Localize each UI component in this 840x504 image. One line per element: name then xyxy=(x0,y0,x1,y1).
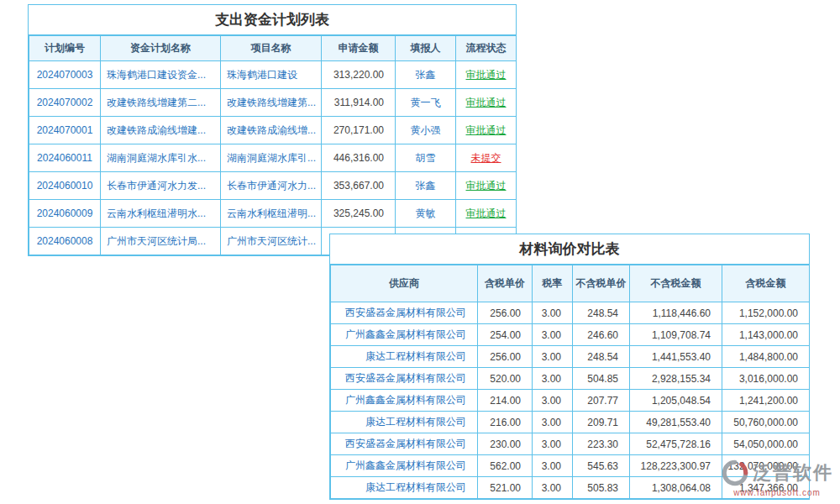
tax-rate-cell: 3.00 xyxy=(533,455,573,477)
tax-amount-cell: 54,050,000.00 xyxy=(722,433,810,455)
reporter-link[interactable]: 胡雪 xyxy=(396,144,456,172)
plan-name-link[interactable]: 广州市天河区统计局... xyxy=(101,228,221,255)
flow-status-link[interactable]: 未提交 xyxy=(456,144,517,172)
plan-table-panel: 支出资金计划列表 计划编号 资金计划名称 项目名称 申请金额 填报人 流程状态 … xyxy=(28,4,517,256)
tax-rate-cell: 3.00 xyxy=(533,477,573,499)
flow-status-link[interactable]: 审批通过 xyxy=(456,200,517,228)
table-row: 西安盛器金属材料有限公司520.003.00504.852,928,155.34… xyxy=(331,368,810,390)
reporter-link[interactable]: 张鑫 xyxy=(396,61,456,89)
project-name-link[interactable]: 改建铁路成渝线增... xyxy=(221,117,322,144)
tax-amount-cell: 1,143,000.00 xyxy=(722,324,810,346)
supplier-link[interactable]: 康达工程材料有限公司 xyxy=(331,477,478,499)
supplier-link[interactable]: 广州鑫鑫金属材料有限公司 xyxy=(331,324,478,346)
watermark: 泛普软件 www.fanpusoft.com xyxy=(721,459,833,497)
supplier-link[interactable]: 西安盛器金属材料有限公司 xyxy=(331,368,478,390)
supplier-link[interactable]: 康达工程材料有限公司 xyxy=(331,412,478,433)
net-amount-cell: 1,118,446.60 xyxy=(630,302,722,324)
tax-price-cell: 521.00 xyxy=(478,477,533,499)
plan-id-link[interactable]: 2024070001 xyxy=(29,117,101,144)
col-header-reporter: 填报人 xyxy=(396,36,456,61)
plan-id-link[interactable]: 2024070002 xyxy=(29,89,101,117)
project-name-link[interactable]: 湖南洞庭湖水库引... xyxy=(221,144,322,172)
table-row: 2024070003珠海鹤港口建设资金...珠海鹤港口建设313,220.00张… xyxy=(29,61,517,89)
net-amount-cell: 1,205,048.54 xyxy=(630,390,722,412)
col-header-plan-id: 计划编号 xyxy=(29,36,101,61)
col-header-net-price: 不含税单价 xyxy=(573,265,630,302)
project-name-link[interactable]: 广州市天河区统计... xyxy=(221,228,322,255)
supplier-link[interactable]: 广州鑫鑫金属材料有限公司 xyxy=(331,390,478,412)
net-price-cell: 223.30 xyxy=(573,433,630,455)
net-amount-cell: 49,281,553.40 xyxy=(630,412,722,433)
tax-rate-cell: 3.00 xyxy=(533,433,573,455)
plan-id-link[interactable]: 2024060010 xyxy=(29,172,101,200)
tax-amount-cell: 1,484,800.00 xyxy=(722,346,810,368)
project-name-link[interactable]: 珠海鹤港口建设 xyxy=(221,61,322,89)
plan-id-link[interactable]: 2024060009 xyxy=(29,200,101,228)
reporter-link[interactable]: 黄敏 xyxy=(396,200,456,228)
col-header-project-name: 项目名称 xyxy=(221,36,322,61)
col-header-flow-status: 流程状态 xyxy=(456,36,517,61)
apply-amount-cell: 270,171.00 xyxy=(322,117,396,144)
supplier-link[interactable]: 西安盛器金属材料有限公司 xyxy=(331,433,478,455)
tax-price-cell: 520.00 xyxy=(478,368,533,390)
table-row: 广州鑫鑫金属材料有限公司214.003.00207.771,205,048.54… xyxy=(331,390,810,412)
table-row: 广州鑫鑫金属材料有限公司254.003.00246.601,109,708.74… xyxy=(331,324,810,346)
plan-name-link[interactable]: 改建铁路线增建第二... xyxy=(101,89,221,117)
flow-status-link[interactable]: 审批通过 xyxy=(456,172,517,200)
plan-name-link[interactable]: 长春市伊通河水力发... xyxy=(101,172,221,200)
supplier-link[interactable]: 广州鑫鑫金属材料有限公司 xyxy=(331,455,478,477)
flow-status-link[interactable]: 审批通过 xyxy=(456,61,517,89)
table-row: 西安盛器金属材料有限公司256.003.00248.541,118,446.60… xyxy=(331,302,810,324)
reporter-link[interactable]: 黄一飞 xyxy=(396,89,456,117)
material-table-header-row: 供应商 含税单价 税率 不含税单价 不含税金额 含税金额 xyxy=(331,265,810,302)
col-header-net-amount: 不含税金额 xyxy=(630,265,722,302)
table-row: 2024060010长春市伊通河水力发...长春市伊通河水力...353,667… xyxy=(29,172,517,200)
tax-rate-cell: 3.00 xyxy=(533,368,573,390)
flow-status-link[interactable]: 审批通过 xyxy=(456,89,517,117)
plan-name-link[interactable]: 云南水利枢纽潜明水... xyxy=(101,200,221,228)
plan-name-link[interactable]: 湖南洞庭湖水库引水... xyxy=(101,144,221,172)
tax-price-cell: 562.00 xyxy=(478,455,533,477)
tax-price-cell: 254.00 xyxy=(478,324,533,346)
plan-id-link[interactable]: 2024060008 xyxy=(29,228,101,255)
flow-status-link[interactable]: 审批通过 xyxy=(456,117,517,144)
project-name-link[interactable]: 长春市伊通河水力... xyxy=(221,172,322,200)
plan-name-link[interactable]: 珠海鹤港口建设资金... xyxy=(101,61,221,89)
plan-id-link[interactable]: 2024060011 xyxy=(29,144,101,172)
net-amount-cell: 1,441,553.40 xyxy=(630,346,722,368)
tax-amount-cell: 3,016,000.00 xyxy=(722,368,810,390)
watermark-brand-text: 泛普软件 xyxy=(753,460,833,486)
net-price-cell: 505.83 xyxy=(573,477,630,499)
net-price-cell: 246.60 xyxy=(573,324,630,346)
tax-price-cell: 214.00 xyxy=(478,390,533,412)
table-row: 2024070002改建铁路线增建第二...改建铁路线增建第...311,914… xyxy=(29,89,517,117)
net-price-cell: 248.54 xyxy=(573,346,630,368)
project-name-link[interactable]: 改建铁路线增建第... xyxy=(221,89,322,117)
supplier-link[interactable]: 西安盛器金属材料有限公司 xyxy=(331,302,478,324)
net-amount-cell: 128,223,300.97 xyxy=(630,455,722,477)
tax-rate-cell: 3.00 xyxy=(533,324,573,346)
material-table-title: 材料询价对比表 xyxy=(330,234,809,265)
reporter-link[interactable]: 黄小强 xyxy=(396,117,456,144)
col-header-tax-price: 含税单价 xyxy=(478,265,533,302)
net-price-cell: 545.63 xyxy=(573,455,630,477)
plan-table-title: 支出资金计划列表 xyxy=(29,5,516,35)
reporter-link[interactable]: 张鑫 xyxy=(396,172,456,200)
tax-amount-cell: 1,152,000.00 xyxy=(722,302,810,324)
net-price-cell: 504.85 xyxy=(573,368,630,390)
plan-table: 计划编号 资金计划名称 项目名称 申请金额 填报人 流程状态 202407000… xyxy=(29,35,517,255)
tax-price-cell: 256.00 xyxy=(478,346,533,368)
project-name-link[interactable]: 云南水利枢纽潜明... xyxy=(221,200,322,228)
tax-price-cell: 230.00 xyxy=(478,433,533,455)
apply-amount-cell: 313,220.00 xyxy=(322,61,396,89)
plan-name-link[interactable]: 改建铁路成渝线增建... xyxy=(101,117,221,144)
net-amount-cell: 1,308,064.08 xyxy=(630,477,722,499)
apply-amount-cell: 311,914.00 xyxy=(322,89,396,117)
plan-id-link[interactable]: 2024070003 xyxy=(29,61,101,89)
net-price-cell: 248.54 xyxy=(573,302,630,324)
col-header-supplier: 供应商 xyxy=(331,265,478,302)
supplier-link[interactable]: 康达工程材料有限公司 xyxy=(331,346,478,368)
net-price-cell: 209.71 xyxy=(573,412,630,433)
apply-amount-cell: 446,316.00 xyxy=(322,144,396,172)
apply-amount-cell: 353,667.00 xyxy=(322,172,396,200)
